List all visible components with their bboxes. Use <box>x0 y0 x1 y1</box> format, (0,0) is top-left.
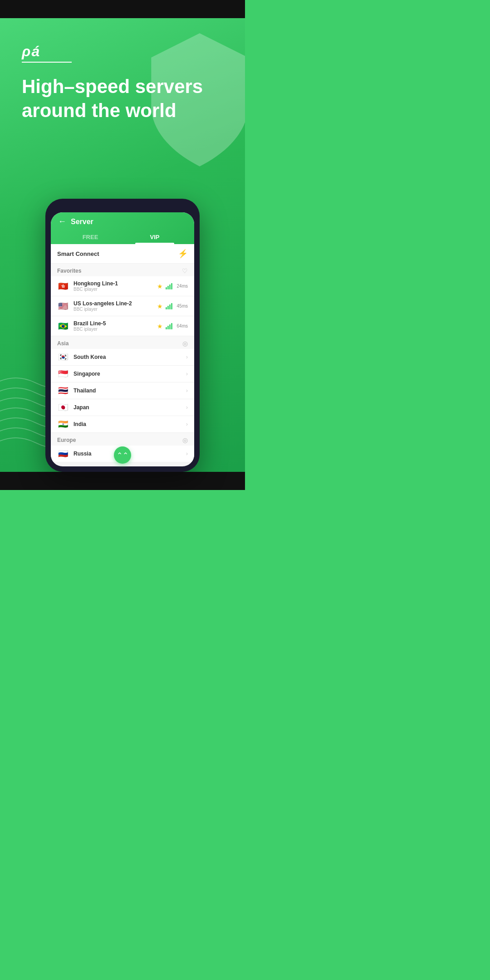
server-right-br: ★ 64ms <box>157 323 188 330</box>
flag-th: 🇹🇭 <box>57 387 69 395</box>
bar4 <box>171 283 172 289</box>
flag-in: 🇮🇳 <box>57 420 69 428</box>
flag-kr: 🇰🇷 <box>57 353 69 361</box>
server-info-th: Thailand <box>74 387 183 394</box>
server-name-hk: Hongkong Line-1 <box>74 280 157 287</box>
star-icon-br: ★ <box>157 323 163 330</box>
scroll-to-top-button[interactable]: ⌃⌃ <box>114 446 131 464</box>
nav-bar <box>0 472 245 490</box>
section-header-favorites: Favorites ♡ <box>51 264 194 276</box>
server-list[interactable]: Smart Connect ⚡ Favorites ♡ 🇭🇰 <box>51 244 194 462</box>
server-sub-us: BBC iplayer <box>74 307 157 312</box>
server-name-kr: South Korea <box>74 354 183 360</box>
server-info-jp: Japan <box>74 404 183 411</box>
chevron-jp: › <box>186 404 188 411</box>
server-name-sg: Singapore <box>74 371 183 377</box>
smart-connect-label: Smart Connect <box>57 250 99 257</box>
section-header-asia: Asia ◎ <box>51 336 194 349</box>
bar1 <box>166 287 167 289</box>
chevron-in: › <box>186 421 188 427</box>
status-bar <box>0 0 245 18</box>
server-name-in: India <box>74 421 183 427</box>
server-item-kr[interactable]: 🇰🇷 South Korea › <box>51 349 194 366</box>
bar4 <box>171 303 172 309</box>
page-title: Server <box>71 218 93 226</box>
logo-text: ρá <box>22 43 72 60</box>
background: ρá High–speed servers around the world ←… <box>0 0 245 490</box>
phone-screen: ← Server FREE VIP <box>51 212 194 466</box>
server-info-kr: South Korea <box>74 354 183 360</box>
flag-ru: 🇷🇺 <box>57 450 69 458</box>
server-item-sg[interactable]: 🇸🇬 Singapore › <box>51 366 194 382</box>
flag-jp: 🇯🇵 <box>57 403 69 412</box>
ping-hk: 24ms <box>175 284 188 289</box>
section-icon-europe: ◎ <box>182 436 188 444</box>
phone-notch <box>107 204 138 210</box>
server-sub-br: BBC iplayer <box>74 327 157 332</box>
ping-br: 64ms <box>175 323 188 328</box>
phone-mockup: ← Server FREE VIP <box>45 199 200 472</box>
bar2 <box>167 326 169 329</box>
phone-frame: ← Server FREE VIP <box>45 199 200 472</box>
flag-sg: 🇸🇬 <box>57 370 69 378</box>
smart-connect-row[interactable]: Smart Connect ⚡ <box>51 244 194 264</box>
server-name-br: Brazil Line-5 <box>74 320 157 327</box>
server-info-sg: Singapore <box>74 371 183 377</box>
bar4 <box>171 323 172 329</box>
headline: High–speed servers around the world <box>22 75 223 122</box>
ping-us: 45ms <box>175 304 188 309</box>
tab-free[interactable]: FREE <box>58 230 122 244</box>
bar3 <box>169 324 171 329</box>
bar1 <box>166 307 167 309</box>
chevron-th: › <box>186 387 188 394</box>
chevron-sg: › <box>186 371 188 377</box>
logo: ρá <box>22 43 72 63</box>
section-title-europe: Europe <box>57 437 76 443</box>
server-info-br: Brazil Line-5 BBC iplayer <box>74 320 157 332</box>
section-title-favorites: Favorites <box>57 268 81 274</box>
flag-hk: 🇭🇰 <box>57 282 69 290</box>
bar1 <box>166 327 167 329</box>
server-item-hk[interactable]: 🇭🇰 Hongkong Line-1 BBC iplayer ★ <box>51 276 194 296</box>
tab-vip[interactable]: VIP <box>122 230 187 244</box>
server-name-us: US Los-angeles Line-2 <box>74 300 157 307</box>
logo-underline <box>22 62 72 63</box>
tab-bar: FREE VIP <box>58 230 187 244</box>
server-info-us: US Los-angeles Line-2 BBC iplayer <box>74 300 157 312</box>
server-info-hk: Hongkong Line-1 BBC iplayer <box>74 280 157 292</box>
flag-br: 🇧🇷 <box>57 322 69 330</box>
signal-bars-us <box>166 303 172 309</box>
bar2 <box>167 306 169 309</box>
server-item-jp[interactable]: 🇯🇵 Japan › <box>51 399 194 416</box>
content-area: ρá High–speed servers around the world ←… <box>0 18 245 472</box>
chevron-ru: › <box>186 451 188 457</box>
back-button[interactable]: ← <box>58 217 66 226</box>
signal-bars-hk <box>166 283 172 289</box>
bar3 <box>169 284 171 289</box>
section-title-asia: Asia <box>57 340 69 347</box>
server-info-in: India <box>74 421 183 427</box>
server-sub-hk: BBC iplayer <box>74 287 157 292</box>
server-item-us[interactable]: 🇺🇸 US Los-angeles Line-2 BBC iplayer ★ <box>51 296 194 316</box>
server-name-jp: Japan <box>74 404 183 411</box>
header-top: ← Server <box>58 217 187 226</box>
bar3 <box>169 304 171 309</box>
bolt-icon: ⚡ <box>178 249 188 259</box>
server-item-br[interactable]: 🇧🇷 Brazil Line-5 BBC iplayer ★ <box>51 316 194 336</box>
app-header: ← Server FREE VIP <box>51 212 194 244</box>
star-icon-us: ★ <box>157 303 163 310</box>
server-item-in[interactable]: 🇮🇳 India › <box>51 416 194 433</box>
signal-bars-br <box>166 323 172 329</box>
headline-text: High–speed servers around the world <box>22 75 223 122</box>
section-icon-favorites: ♡ <box>182 267 188 274</box>
bar2 <box>167 286 169 289</box>
server-name-th: Thailand <box>74 387 183 394</box>
server-right-us: ★ 45ms <box>157 303 188 310</box>
server-right-hk: ★ 24ms <box>157 283 188 290</box>
section-icon-asia: ◎ <box>182 340 188 347</box>
flag-us: 🇺🇸 <box>57 302 69 310</box>
chevron-kr: › <box>186 354 188 360</box>
server-item-th[interactable]: 🇹🇭 Thailand › <box>51 382 194 399</box>
section-header-europe: Europe ◎ <box>51 433 194 446</box>
star-icon-hk: ★ <box>157 283 163 290</box>
